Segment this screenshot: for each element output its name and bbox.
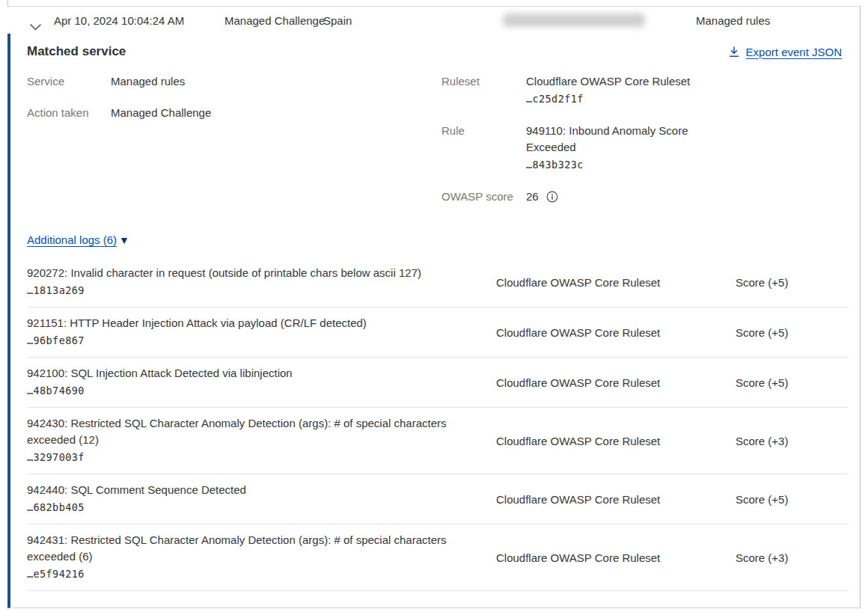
log-description: 920272: Invalid character in request (ou… [27, 265, 472, 281]
log-description: 942431: Restricted SQL Character Anomaly… [27, 532, 472, 565]
log-score: Score (+3) [736, 551, 849, 564]
rule-label: Rule [441, 123, 526, 174]
log-row: 942440: SQL Comment Sequence Detected …6… [27, 474, 849, 524]
log-description-cell: 921151: HTTP Header Injection Attack via… [27, 315, 472, 349]
log-description: 942440: SQL Comment Sequence Detected [27, 482, 472, 498]
log-row: 921151: HTTP Header Injection Attack via… [27, 307, 849, 358]
redacted-host-value [503, 13, 645, 27]
log-description-cell: 920272: Invalid character in request (ou… [27, 265, 472, 299]
download-icon [729, 46, 739, 58]
additional-logs-label: Additional logs (6) [27, 232, 117, 248]
log-row: 942100: SQL Injection Attack Detected vi… [27, 358, 849, 408]
ruleset-name: Cloudflare OWASP Core Ruleset [526, 73, 690, 90]
log-description: 942100: SQL Injection Attack Detected vi… [27, 365, 472, 382]
chevron-down-icon[interactable] [30, 20, 41, 33]
log-rule-id: …682bb405 [27, 498, 472, 516]
log-description: 942430: Restricted SQL Character Anomaly… [27, 415, 472, 448]
log-rule-id: …e5f94216 [27, 565, 472, 583]
owasp-score-value: 26 [526, 189, 539, 205]
owasp-score-field: OWASP score 26 [441, 189, 702, 205]
export-event-json-label: Export event JSON [746, 46, 842, 58]
log-rule-id: …1813a269 [27, 281, 472, 299]
log-score: Score (+5) [736, 326, 849, 339]
log-ruleset: Cloudflare OWASP Core Ruleset [496, 551, 736, 564]
info-icon[interactable] [546, 191, 558, 203]
event-country: Spain [323, 14, 352, 27]
event-action: Managed Challenge [224, 14, 325, 27]
event-summary-row[interactable]: Apr 10, 2024 10:04:24 AM Managed Challen… [7, 7, 860, 34]
log-score: Score (+3) [736, 435, 849, 447]
log-rule-id: …3297003f [27, 448, 472, 466]
log-ruleset: Cloudflare OWASP Core Ruleset [496, 493, 736, 506]
caret-down-icon: ▼ [119, 235, 129, 245]
action-taken-field: Action taken Managed Challenge [27, 105, 211, 121]
log-score: Score (+5) [736, 493, 849, 506]
ruleset-label: Ruleset [441, 73, 526, 108]
service-label: Service [27, 73, 111, 90]
rule-id: …843b323c [526, 156, 702, 174]
log-score: Score (+5) [736, 376, 849, 389]
ruleset-id: …c25d2f1f [526, 90, 690, 108]
event-timestamp: Apr 10, 2024 10:04:24 AM [54, 14, 184, 27]
matched-service-fields: Service Managed rules Action taken Manag… [10, 73, 860, 220]
service-value: Managed rules [111, 73, 185, 90]
service-field: Service Managed rules [27, 73, 211, 90]
log-description-cell: 942100: SQL Injection Attack Detected vi… [27, 365, 472, 400]
rule-field: Rule 949110: Inbound Anomaly Score Excee… [441, 123, 702, 174]
log-score: Score (+5) [736, 276, 849, 289]
owasp-score-label: OWASP score [441, 189, 526, 205]
log-description-cell: 942431: Restricted SQL Character Anomaly… [27, 532, 472, 583]
event-source: Managed rules [696, 14, 770, 27]
table-edge-line [7, 0, 8, 6]
action-taken-label: Action taken [27, 105, 111, 121]
log-rule-id: …96bfe867 [27, 331, 472, 349]
log-ruleset: Cloudflare OWASP Core Ruleset [496, 435, 736, 447]
log-ruleset: Cloudflare OWASP Core Ruleset [496, 276, 736, 289]
additional-logs-table: 920272: Invalid character in request (ou… [27, 257, 849, 591]
log-ruleset: Cloudflare OWASP Core Ruleset [496, 326, 736, 339]
export-event-json-link[interactable]: Export event JSON [729, 46, 842, 58]
security-event-row: Apr 10, 2024 10:04:24 AM Managed Challen… [7, 6, 861, 608]
event-detail-panel: Matched service Export event JSON Servic… [7, 34, 860, 608]
log-description-cell: 942440: SQL Comment Sequence Detected …6… [27, 482, 472, 516]
log-rule-id: …48b74690 [27, 382, 472, 400]
additional-logs-toggle[interactable]: Additional logs (6) ▼ [27, 232, 129, 248]
rule-name: 949110: Inbound Anomaly Score Exceeded [526, 123, 702, 156]
log-ruleset: Cloudflare OWASP Core Ruleset [496, 376, 736, 389]
log-row: 942431: Restricted SQL Character Anomaly… [27, 524, 849, 591]
action-taken-value: Managed Challenge [111, 105, 211, 121]
matched-service-title: Matched service [27, 44, 126, 59]
log-description: 921151: HTTP Header Injection Attack via… [27, 315, 472, 331]
log-description-cell: 942430: Restricted SQL Character Anomaly… [27, 415, 472, 466]
log-row: 942430: Restricted SQL Character Anomaly… [27, 408, 849, 474]
log-row: 920272: Invalid character in request (ou… [27, 257, 849, 307]
ruleset-field: Ruleset Cloudflare OWASP Core Ruleset …c… [441, 73, 702, 108]
